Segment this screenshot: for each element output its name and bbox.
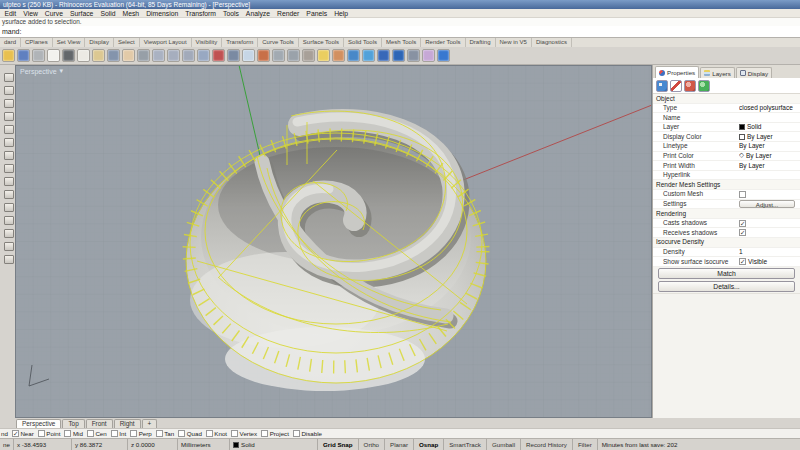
checkbox-casts-shadows[interactable]: ✓ [739, 220, 746, 227]
paste-icon[interactable] [92, 49, 105, 62]
render-preview-icon[interactable] [362, 49, 375, 62]
rotate-view-icon[interactable] [227, 49, 240, 62]
viewport-canvas[interactable] [15, 65, 652, 418]
osnap-item-quad[interactable]: Quad [178, 430, 202, 437]
status-toggle-smarttrack[interactable]: SmartTrack [444, 439, 487, 450]
color-swatch[interactable] [739, 134, 745, 140]
clipboard-icon[interactable] [4, 229, 14, 238]
menu-solid[interactable]: Solid [97, 9, 119, 17]
menu-curve[interactable]: Curve [41, 9, 66, 17]
wireframe-icon[interactable] [407, 49, 420, 62]
osnap-checkbox-project[interactable] [261, 430, 268, 437]
curve-icon[interactable] [4, 125, 14, 134]
toolbar-tab-curve-tools[interactable]: Curve Tools [258, 38, 299, 47]
print-icon[interactable] [32, 49, 45, 62]
osnap-item-vertex[interactable]: Vertex [231, 430, 257, 437]
menu-panels[interactable]: Panels [303, 9, 331, 17]
render-icon[interactable] [347, 49, 360, 62]
viewport-tab-perspective[interactable]: Perspective [16, 419, 61, 428]
fillet-icon[interactable] [4, 112, 14, 121]
property-value[interactable]: ✓Visible [739, 257, 800, 267]
menu-help[interactable]: Help [331, 9, 352, 17]
material-icon[interactable] [670, 80, 682, 92]
checkbox-receives-shadows[interactable]: ✓ [739, 229, 746, 236]
toolbar-tab-display[interactable]: Display [85, 38, 114, 47]
checkbox-show-surface-isocurve[interactable]: ✓ [739, 258, 746, 265]
toolbar-tab-mesh-tools[interactable]: Mesh Tools [382, 38, 421, 47]
sphere-tool-icon[interactable] [4, 138, 14, 147]
osnap-item-near[interactable]: ✓Near [12, 430, 34, 437]
status-cell-x-38-4593[interactable]: x -38.4593 [14, 439, 72, 450]
command-input-row[interactable]: mand: [0, 26, 800, 38]
toolbar-tab-drafting[interactable]: Drafting [466, 38, 496, 47]
add-viewport-tab-button[interactable]: + [142, 419, 158, 428]
osnap-item-disable[interactable]: Disable [293, 430, 322, 437]
zoom-extents-icon[interactable] [197, 49, 210, 62]
move-icon[interactable] [137, 49, 150, 62]
copy-icon[interactable] [77, 49, 90, 62]
status-toggle-filter[interactable]: Filter [573, 439, 598, 450]
toolbar-tab-viewport-layout[interactable]: Viewport Layout [140, 38, 192, 47]
viewport-menu-arrow-icon[interactable]: ▾ [60, 67, 64, 75]
menu-surface[interactable]: Surface [66, 9, 96, 17]
panel-tab-properties[interactable]: Properties [655, 66, 699, 78]
color-swatch[interactable] [739, 124, 745, 130]
osnap-checkbox-disable[interactable] [293, 430, 300, 437]
osnap-item-perp[interactable]: Perp [130, 430, 152, 437]
osnap-item-point[interactable]: Point [38, 430, 61, 437]
status-cell-millimeters[interactable]: Millimeters [178, 439, 230, 450]
osnap-checkbox-tan[interactable] [156, 430, 163, 437]
viewport-tab-top[interactable]: Top [62, 419, 84, 428]
adjust-button[interactable]: Adjust... [739, 200, 795, 208]
property-value[interactable]: ✓ [739, 220, 800, 227]
menu-mesh[interactable]: Mesh [119, 9, 143, 17]
ghosted-sphere-icon[interactable] [392, 49, 405, 62]
point-icon[interactable] [272, 49, 285, 62]
status-cell-y-86-3872[interactable]: y 86.3872 [72, 439, 128, 450]
check-icon[interactable] [4, 242, 14, 251]
join-icon[interactable] [4, 177, 14, 186]
object-properties-icon[interactable] [656, 80, 668, 92]
new-file-icon[interactable] [47, 49, 60, 62]
viewport-title[interactable]: Perspective ▾ [20, 67, 63, 75]
viewport-tab-right[interactable]: Right [114, 419, 141, 428]
toolbar-tab-set-view[interactable]: Set View [53, 38, 86, 47]
open-file-icon[interactable] [2, 49, 15, 62]
toolbar-tab-render-tools[interactable]: Render Tools [421, 38, 465, 47]
texture-mapping-icon[interactable] [698, 80, 710, 92]
rotate-tool-icon[interactable] [4, 203, 14, 212]
osnap-item-knot[interactable]: Knot [206, 430, 227, 437]
pointer-icon[interactable] [4, 73, 14, 82]
perspective-viewport[interactable]: Perspective ▾ [15, 65, 652, 418]
toolbar-tab-solid-tools[interactable]: Solid Tools [344, 38, 382, 47]
settings-icon[interactable] [422, 49, 435, 62]
osnap-target-icon[interactable] [4, 86, 14, 95]
diamond-icon[interactable]: ◇ [739, 151, 744, 161]
save-icon[interactable] [17, 49, 30, 62]
arc-icon[interactable] [302, 49, 315, 62]
osnap-checkbox-near[interactable]: ✓ [12, 430, 19, 437]
delete-icon[interactable] [62, 49, 75, 62]
pan-hand-icon[interactable] [122, 49, 135, 62]
array-icon[interactable] [4, 216, 14, 225]
viewport-tab-front[interactable]: Front [86, 419, 113, 428]
osnap-item-cen[interactable]: Cen [87, 430, 107, 437]
status-toggle-gumball[interactable]: Gumball [487, 439, 521, 450]
menu-tools[interactable]: Tools [219, 9, 242, 17]
named-views-icon[interactable] [242, 49, 255, 62]
circle-icon[interactable] [287, 49, 300, 62]
zoom-target-icon[interactable] [212, 49, 225, 62]
property-value[interactable]: By Layer [739, 132, 800, 142]
toolbar-tab-visibility[interactable]: Visibility [192, 38, 223, 47]
box-tool-icon[interactable] [4, 151, 14, 160]
toolbar-tab-transform[interactable]: Transform [222, 38, 258, 47]
status-cell-solid[interactable]: Solid [230, 439, 318, 450]
property-value[interactable]: ✓ [739, 229, 800, 236]
status-toggle-planar[interactable]: Planar [385, 439, 414, 450]
lightning-icon[interactable] [4, 164, 14, 173]
panel-tab-display[interactable]: Display [736, 67, 772, 78]
status-toggle-grid-snap[interactable]: Grid Snap [318, 439, 359, 450]
zoom-selected-icon[interactable] [182, 49, 195, 62]
light-icon[interactable] [684, 80, 696, 92]
lamp-icon[interactable] [317, 49, 330, 62]
